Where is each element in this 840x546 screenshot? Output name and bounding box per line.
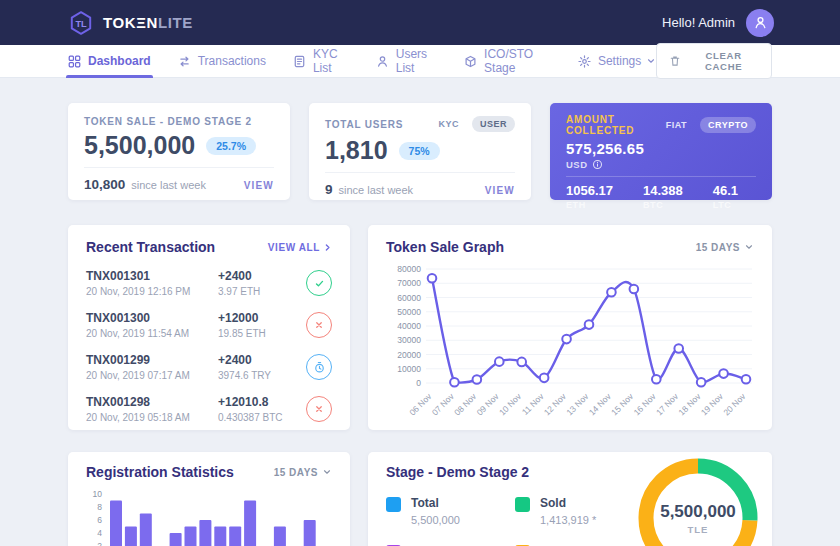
transaction-row[interactable]: TNX00130120 Nov, 2019 12:16 PM+24003.97 … bbox=[86, 269, 332, 297]
svg-text:09 Nov: 09 Nov bbox=[475, 391, 502, 418]
svg-text:19 Nov: 19 Nov bbox=[699, 391, 726, 418]
svg-text:8: 8 bbox=[97, 502, 102, 512]
transaction-id: TNX001298 bbox=[86, 395, 218, 409]
view-all-link[interactable]: VIEW ALL bbox=[268, 242, 332, 253]
stage-title: Stage - Demo Stage 2 bbox=[386, 464, 529, 480]
tab-kyc[interactable]: KYC bbox=[430, 116, 467, 132]
crypto-amount-ltc: 46.1LTC bbox=[713, 183, 738, 210]
transaction-row[interactable]: TNX00129820 Nov, 2019 05:18 AM+12010.80.… bbox=[86, 395, 332, 423]
token-sale-value: 5,500,000 bbox=[84, 131, 195, 160]
total-users-tabs: KYCUSER bbox=[430, 116, 515, 132]
brand-text: TOKΞNLITE bbox=[103, 14, 193, 31]
registration-statistics-title: Registration Statistics bbox=[86, 464, 234, 480]
tab-crypto[interactable]: CRYPTO bbox=[700, 117, 756, 133]
amount-collected-card-title: AMOUNT COLLECTED bbox=[566, 114, 658, 136]
transaction-amount-crypto: 3974.6 TRY bbox=[218, 370, 306, 381]
transaction-date: 20 Nov, 2019 12:16 PM bbox=[86, 286, 218, 297]
svg-text:18 Nov: 18 Nov bbox=[676, 391, 703, 418]
amount-collected-currency: USD bbox=[566, 159, 588, 170]
amount-collected-tabs: FIATCRYPTO bbox=[658, 117, 756, 133]
greeting-text: Hello! Admin bbox=[662, 15, 735, 30]
tab-user[interactable]: USER bbox=[472, 116, 515, 132]
amount-collected-card: AMOUNT COLLECTED FIATCRYPTO 575,256.65 U… bbox=[550, 103, 772, 200]
stage-donut-chart: 5,500,000 TLE bbox=[638, 458, 758, 546]
brand-hexagon-icon: TL bbox=[68, 10, 94, 36]
swap-icon bbox=[178, 55, 191, 68]
transaction-date: 20 Nov, 2019 11:54 AM bbox=[86, 328, 218, 339]
transaction-row[interactable]: TNX00129920 Nov, 2019 07:17 AM+24003974.… bbox=[86, 353, 332, 381]
svg-text:6: 6 bbox=[97, 515, 102, 525]
top-navbar: TL TOKΞNLITE Hello! Admin bbox=[0, 0, 840, 45]
total-users-percent-badge: 75% bbox=[399, 142, 440, 160]
total-users-card-title: TOTAL USERS bbox=[325, 119, 403, 130]
total-users-delta: 9 bbox=[325, 182, 333, 197]
total-users-view-link[interactable]: VIEW bbox=[485, 185, 515, 196]
svg-text:70000: 70000 bbox=[397, 278, 421, 288]
avatar[interactable] bbox=[746, 9, 774, 37]
svg-text:10 Nov: 10 Nov bbox=[497, 391, 524, 418]
token-sale-view-link[interactable]: VIEW bbox=[244, 180, 274, 191]
stage-legend: Total5,500,000Sold1,413,919 *Sale %25.7%… bbox=[386, 496, 636, 546]
svg-text:30000: 30000 bbox=[397, 335, 421, 345]
svg-text:TL: TL bbox=[75, 18, 87, 28]
trash-icon bbox=[669, 55, 681, 67]
grid-icon bbox=[68, 55, 81, 68]
info-icon[interactable] bbox=[592, 159, 603, 170]
clear-cache-button[interactable]: CLEAR CACHE bbox=[656, 43, 772, 79]
amount-collected-value: 575,256.65 bbox=[566, 140, 756, 157]
svg-text:20 Nov: 20 Nov bbox=[721, 391, 748, 418]
transaction-amount: +12000 bbox=[218, 311, 306, 325]
transaction-id: TNX001301 bbox=[86, 269, 218, 283]
gear-icon bbox=[578, 55, 591, 68]
token-sale-graph-panel: Token Sale Graph 15 DAYS 010000200003000… bbox=[368, 225, 772, 430]
nav-item-ico-sto-stage[interactable]: ICO/STO Stage bbox=[464, 45, 551, 77]
token-sale-delta: 10,800 bbox=[84, 177, 125, 192]
person-icon bbox=[753, 15, 768, 30]
svg-text:12 Nov: 12 Nov bbox=[542, 391, 569, 418]
stage-panel: Stage - Demo Stage 2 Total5,500,000Sold1… bbox=[368, 452, 772, 546]
svg-text:16 Nov: 16 Nov bbox=[632, 391, 659, 418]
dashboard-content: TOKEN SALE - DEMO STAGE 2 5,500,000 25.7… bbox=[0, 78, 840, 546]
transaction-row[interactable]: TNX00130020 Nov, 2019 11:54 AM+1200019.8… bbox=[86, 311, 332, 339]
chevron-down-icon bbox=[322, 467, 332, 477]
token-sale-percent-badge: 25.7% bbox=[206, 137, 256, 155]
nav-item-users-list[interactable]: Users List bbox=[376, 45, 437, 77]
total-users-delta-label: since last week bbox=[339, 184, 414, 196]
chevron-down-icon bbox=[744, 242, 754, 252]
svg-text:4: 4 bbox=[97, 528, 102, 538]
registration-range-dropdown[interactable]: 15 DAYS bbox=[274, 467, 332, 478]
registration-statistics-panel: Registration Statistics 15 DAYS 246810 bbox=[68, 452, 350, 546]
svg-text:0: 0 bbox=[416, 378, 421, 388]
token-sale-card: TOKEN SALE - DEMO STAGE 2 5,500,000 25.7… bbox=[68, 103, 290, 200]
registration-bar-chart: 246810 bbox=[86, 488, 332, 546]
total-users-value: 1,810 bbox=[325, 136, 388, 165]
svg-text:15 Nov: 15 Nov bbox=[609, 391, 636, 418]
total-swatch bbox=[386, 497, 401, 512]
svg-text:17 Nov: 17 Nov bbox=[654, 391, 681, 418]
nav-item-settings[interactable]: Settings bbox=[578, 45, 656, 77]
token-sale-line-chart: 0100002000030000400005000060000700008000… bbox=[386, 263, 754, 435]
svg-text:60000: 60000 bbox=[397, 293, 421, 303]
transaction-amount-crypto: 19.85 ETH bbox=[218, 328, 306, 339]
token-sale-range-dropdown[interactable]: 15 DAYS bbox=[696, 242, 754, 253]
token-sale-delta-label: since last week bbox=[131, 179, 206, 191]
main-menubar: DashboardTransactionsKYC ListUsers ListI… bbox=[0, 45, 840, 78]
svg-text:13 Nov: 13 Nov bbox=[564, 391, 591, 418]
crypto-amount-eth: 1056.17ETH bbox=[566, 183, 613, 210]
nav-item-dashboard[interactable]: Dashboard bbox=[68, 45, 151, 77]
user-icon bbox=[376, 55, 389, 68]
total-users-card: TOTAL USERS KYCUSER 1,810 75% 9 since la… bbox=[309, 103, 531, 200]
svg-text:50000: 50000 bbox=[397, 307, 421, 317]
tab-fiat[interactable]: FIAT bbox=[658, 117, 695, 133]
doc-icon bbox=[293, 55, 306, 68]
svg-text:10000: 10000 bbox=[397, 364, 421, 374]
svg-text:11 Nov: 11 Nov bbox=[520, 391, 546, 417]
nav-item-transactions[interactable]: Transactions bbox=[178, 45, 266, 77]
cross-circle-icon bbox=[306, 396, 332, 422]
transaction-amount: +2400 bbox=[218, 353, 306, 367]
brand-logo[interactable]: TL TOKΞNLITE bbox=[68, 10, 193, 36]
sold-swatch bbox=[515, 497, 530, 512]
nav-item-kyc-list[interactable]: KYC List bbox=[293, 45, 349, 77]
transaction-date: 20 Nov, 2019 05:18 AM bbox=[86, 412, 218, 423]
token-sale-graph-title: Token Sale Graph bbox=[386, 239, 504, 255]
